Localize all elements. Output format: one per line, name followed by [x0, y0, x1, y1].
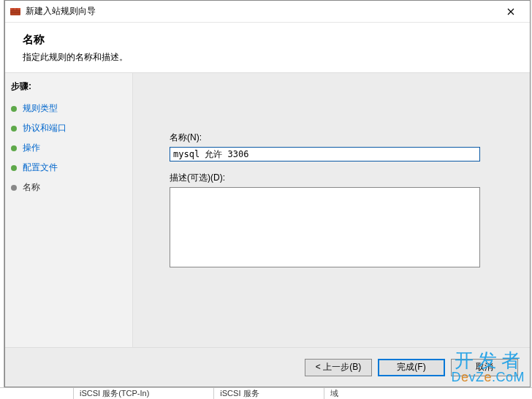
titlebar: 新建入站规则向导	[5, 1, 530, 23]
step-profile[interactable]: 配置文件	[10, 158, 128, 178]
table-cell: iSCSI 服务(TCP-In)	[73, 388, 155, 399]
name-label: 名称(N):	[170, 132, 509, 144]
bullet-icon	[11, 106, 17, 112]
steps-heading: 步骤:	[10, 80, 128, 93]
svg-rect-1	[10, 8, 20, 10]
wizard-header: 名称 指定此规则的名称和描述。	[5, 23, 530, 72]
window-title: 新建入站规则向导	[26, 5, 495, 18]
description-textarea[interactable]	[170, 187, 480, 267]
step-label: 配置文件	[23, 162, 58, 174]
table-cell: 域	[324, 388, 344, 399]
step-rule-type[interactable]: 规则类型	[10, 99, 128, 118]
step-protocol-port[interactable]: 协议和端口	[10, 118, 128, 138]
wizard-dialog: 新建入站规则向导 名称 指定此规则的名称和描述。 步骤: 规则类型 协议和端口 …	[4, 0, 531, 387]
step-action[interactable]: 操作	[10, 138, 128, 158]
wizard-footer: < 上一步(B) 完成(F) 取消	[5, 347, 530, 387]
table-cell: iSCSI 服务	[213, 388, 265, 399]
bullet-icon	[11, 145, 17, 151]
finish-button[interactable]: 完成(F)	[378, 359, 445, 376]
bullet-icon	[11, 165, 17, 171]
name-field-group: 名称(N):	[170, 132, 509, 162]
step-label: 名称	[23, 181, 40, 194]
page-title: 名称	[23, 33, 512, 47]
step-name[interactable]: 名称	[10, 178, 128, 197]
cancel-button[interactable]: 取消	[451, 359, 518, 376]
bullet-icon	[11, 126, 17, 132]
firewall-icon	[10, 6, 21, 18]
step-label: 操作	[23, 142, 40, 154]
back-button[interactable]: < 上一步(B)	[305, 359, 372, 376]
content-panel: 名称(N): 描述(可选)(D):	[133, 73, 530, 347]
description-label: 描述(可选)(D):	[170, 172, 509, 184]
step-label: 规则类型	[23, 102, 58, 115]
name-input[interactable]	[170, 147, 480, 162]
close-button[interactable]	[495, 1, 527, 22]
step-label: 协议和端口	[23, 122, 66, 134]
page-description: 指定此规则的名称和描述。	[23, 51, 512, 64]
description-field-group: 描述(可选)(D):	[170, 172, 509, 270]
bullet-icon	[11, 185, 17, 191]
background-table-row: iSCSI 服务(TCP-In) iSCSI 服务 域	[0, 387, 532, 399]
wizard-body: 步骤: 规则类型 协议和端口 操作 配置文件 名称	[5, 72, 530, 347]
steps-sidebar: 步骤: 规则类型 协议和端口 操作 配置文件 名称	[5, 73, 133, 347]
